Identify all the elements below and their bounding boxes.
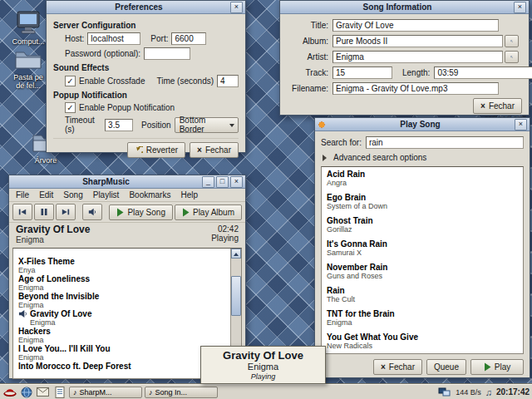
minimize-icon[interactable]: _	[202, 176, 214, 188]
menu-file[interactable]: File	[11, 190, 34, 200]
track-input[interactable]	[332, 66, 392, 79]
list-item[interactable]: Ego Brain System of a Down	[322, 190, 523, 214]
play-button-label: Play	[495, 362, 510, 372]
next-button[interactable]	[56, 204, 76, 220]
enable-crossfade-label: Enable Crossfade	[79, 76, 145, 86]
playlist-row[interactable]: Age of Loneliness Enigma	[13, 274, 230, 292]
search-input[interactable]	[366, 136, 524, 149]
artist-lookup-button[interactable]	[505, 51, 519, 63]
window-title: SharpMusic	[12, 177, 200, 186]
song-title: X-Files Theme	[18, 257, 230, 266]
close-icon[interactable]: ×	[515, 119, 527, 131]
search-row: Search for:	[315, 131, 530, 150]
sharpmusic-titlebar[interactable]: SharpMusic _ □ ×	[9, 175, 245, 189]
sound-effects-heading: Sound Effects	[53, 63, 239, 72]
advanced-search-expander[interactable]: Advanced search options	[315, 150, 530, 164]
pause-button[interactable]	[34, 204, 54, 220]
menu-playlist[interactable]: Playlist	[88, 190, 125, 200]
list-item[interactable]: Ghost Train Gorillaz	[322, 214, 523, 237]
close-icon: ×	[480, 101, 485, 111]
play-album-button[interactable]: Play Album	[175, 204, 242, 220]
playlist-row[interactable]: Enya	[13, 249, 230, 257]
menu-help[interactable]: Help	[175, 190, 203, 200]
list-item[interactable]: Acid Rain Angra	[322, 167, 523, 190]
play-song-titlebar[interactable]: Play Song ×	[315, 118, 530, 131]
song-title: Age of Loneliness	[18, 274, 230, 283]
album-lookup-button[interactable]	[505, 35, 519, 47]
network-monitor-icon[interactable]	[438, 387, 451, 397]
album-input[interactable]	[332, 35, 503, 47]
length-input[interactable]	[434, 66, 532, 79]
previous-button[interactable]	[12, 204, 32, 220]
now-playing-artist: Enigma	[16, 235, 90, 244]
taskbar-window-button-song-info[interactable]: ♪ Song In...	[145, 387, 218, 398]
web-browser-launcher[interactable]	[19, 386, 33, 399]
crossfade-time-input[interactable]	[217, 75, 239, 87]
menu-edit[interactable]: Edit	[34, 190, 58, 200]
scroll-up-button[interactable]	[231, 249, 241, 259]
close-button[interactable]: × Fechar	[373, 359, 422, 375]
position-dropdown-value: Bottom Border	[180, 116, 225, 134]
playlist-row[interactable]: Into Morocco ft. Deep Forest	[13, 362, 230, 378]
password-input[interactable]	[144, 47, 190, 60]
song-artist: Enigma	[18, 318, 230, 327]
volume-button[interactable]	[82, 204, 102, 220]
redhat-menu-button[interactable]	[2, 386, 17, 399]
list-item[interactable]: It's Gonna Rain Samurai X	[322, 237, 523, 260]
scrollbar-thumb[interactable]	[231, 276, 241, 316]
email-launcher[interactable]	[36, 386, 50, 399]
song-title: Rain	[327, 286, 518, 295]
list-item[interactable]: TNT for the Brain Enigma	[322, 307, 523, 330]
title-input[interactable]	[332, 19, 499, 32]
list-item[interactable]: Rain The Cult	[322, 283, 523, 307]
revert-button[interactable]: Reverter	[127, 142, 185, 158]
title-label: Title:	[287, 21, 328, 30]
playlist-row[interactable]: Beyond the Invisible Enigma	[13, 292, 230, 309]
now-playing-speaker-icon	[18, 309, 27, 318]
song-information-titlebar[interactable]: Song Information ×	[280, 1, 529, 14]
playlist-row[interactable]: I Love You... I'll Kill You Enigma	[13, 344, 230, 362]
playlist-row[interactable]: X-Files Theme Enya	[13, 257, 230, 274]
close-icon[interactable]: ×	[230, 176, 243, 188]
artist-input[interactable]	[332, 51, 503, 63]
list-item[interactable]: November Rain Guns and Roses	[322, 260, 523, 283]
position-dropdown[interactable]: Bottom Border	[175, 117, 239, 133]
menu-bookmarks[interactable]: Bookmarks	[124, 190, 175, 200]
music-player-tray-icon[interactable]: ♫	[485, 387, 492, 397]
list-item[interactable]: You Get What You Give New Radicals	[322, 330, 523, 353]
notification-popup: Gravity Of Love Enigma Playing	[200, 346, 326, 384]
maximize-icon[interactable]: □	[216, 176, 229, 188]
filename-input[interactable]	[332, 82, 499, 95]
song-title: You Get What You Give	[327, 332, 518, 342]
taskbar-window-button-sharpmusic[interactable]: ♪ SharpM...	[69, 387, 142, 398]
enable-popup-checkbox[interactable]: ✓	[65, 102, 76, 113]
queue-button[interactable]: Queue	[426, 359, 466, 375]
timeout-input[interactable]	[105, 119, 133, 131]
host-input[interactable]	[87, 32, 140, 45]
close-icon[interactable]: ×	[230, 2, 243, 13]
menu-song[interactable]: Song	[58, 190, 87, 200]
taskbar-clock[interactable]: 20:17:42	[496, 387, 530, 397]
play-song-button[interactable]: Play Song	[109, 204, 173, 220]
music-note-icon: ♪	[73, 388, 77, 397]
close-button[interactable]: × Fechar	[190, 142, 239, 158]
song-artist: Angra	[327, 179, 518, 187]
playlist-row[interactable]: Hackers Enigma	[13, 327, 230, 344]
length-label: Length:	[402, 68, 430, 77]
enable-crossfade-checkbox[interactable]: ✓	[65, 76, 76, 86]
now-playing-title: Gravity Of Love	[16, 224, 90, 235]
playlist-row-now-playing[interactable]: Gravity Of Love Enigma	[13, 309, 230, 327]
close-button[interactable]: × Fechar	[473, 98, 522, 114]
song-artist: New Radicals	[327, 342, 518, 350]
documents-launcher[interactable]	[52, 386, 66, 399]
time-seconds-label: Time (seconds)	[156, 76, 214, 86]
play-album-button-label: Play Album	[193, 208, 234, 217]
preferences-titlebar[interactable]: Preferences ×	[47, 1, 245, 14]
close-icon[interactable]: ×	[514, 2, 526, 13]
song-title: Ego Brain	[327, 193, 518, 202]
position-label: Position	[141, 121, 171, 130]
password-label: Password (optional):	[65, 49, 140, 58]
play-button[interactable]: Play	[470, 359, 524, 375]
port-input[interactable]	[171, 32, 206, 45]
popup-notification-heading: Popup Notification	[53, 91, 239, 100]
